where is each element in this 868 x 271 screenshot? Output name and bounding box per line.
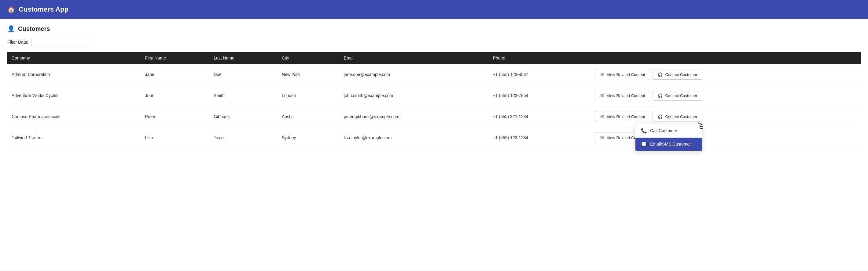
customers-icon: 👤 [7, 25, 15, 32]
cell-phone: +1 (555) 321-1234 [489, 106, 591, 127]
call-customer-item[interactable]: 📞 Call Customer [636, 124, 702, 138]
headset-icon: 🎧 [658, 72, 662, 77]
filter-input[interactable] [31, 38, 92, 46]
cell-company: Adatum Corporation [7, 64, 141, 85]
cell-actions: ✉ View Related Content 🎧 Contact Custome… [591, 64, 861, 85]
contact-customer-button[interactable]: 🎧 Contact Customer [653, 91, 702, 101]
cell-actions: ✉ View Related Content 🎧 Contact Custome… [591, 106, 861, 127]
page-heading: 👤 Customers [7, 25, 861, 32]
cell-actions: ✉ View Related Content 🎧 Contact Custome… [591, 127, 861, 148]
filter-row: Filter Data: [7, 38, 861, 46]
col-company: Company [7, 52, 141, 64]
actions-group: ✉ View Related Content 🎧 Contact Custome… [595, 69, 857, 80]
cell-city: New York [278, 64, 340, 85]
cell-email: lisa.taylor@example.com [340, 127, 489, 148]
actions-group: ✉ View Related Content 🎧 Contact Custome… [595, 132, 857, 143]
actions-group: ✉ View Related Content 🎧 Contact Custome… [595, 90, 857, 101]
headset-icon: 🎧 [658, 93, 662, 98]
cell-last-name: Gibbons [209, 106, 278, 127]
actions-group: ✉ View Related Content 🎧 Contact Custome… [595, 111, 857, 122]
chat-icon: 💬 [641, 141, 647, 147]
mail-icon: ✉ [600, 135, 604, 140]
cell-first-name: Jane [141, 64, 210, 85]
view-related-button[interactable]: ✉ View Related Content [595, 69, 650, 80]
table-body: Adatum Corporation Jane Doe New York jan… [7, 64, 861, 148]
cell-first-name: Lisa [141, 127, 210, 148]
table-row: Tailwind Traders Lisa Taylor Sydney lisa… [7, 127, 861, 148]
cell-city: Sydney [278, 127, 340, 148]
app-header: 🏠 Customers App [0, 0, 868, 19]
contact-customer-button[interactable]: 🎧 Contact Customer [653, 112, 702, 122]
cell-last-name: Smith [209, 85, 278, 106]
app-title: Customers App [19, 5, 68, 13]
contact-customer-label: Contact Customer [665, 72, 697, 77]
cell-city: London [278, 85, 340, 106]
contact-customer-label: Contact Customer [665, 114, 697, 119]
view-related-label: View Related Content [607, 72, 645, 77]
cell-last-name: Doe [209, 64, 278, 85]
contact-customer-label: Contact Customer [665, 93, 697, 98]
col-email: Email [340, 52, 489, 64]
view-related-label: View Related Content [607, 114, 645, 119]
cell-first-name: John [141, 85, 210, 106]
col-actions [591, 52, 861, 64]
view-related-button[interactable]: ✉ View Related Content [595, 90, 650, 101]
contact-customer-container: 🎧 Contact Customer 📞 Call Customer 💬 Ema… [653, 112, 702, 122]
mail-icon: ✉ [600, 72, 604, 77]
filter-label: Filter Data: [7, 40, 28, 44]
customers-table: Company First Name Last Name City Email … [7, 52, 861, 148]
cell-phone: +1 (555) 123-1234 [489, 127, 591, 148]
cell-first-name: Peter [141, 106, 210, 127]
view-related-label: View Related Content [607, 93, 645, 98]
table-row: Contoso Pharmaceuticals Peter Gibbons Au… [7, 106, 861, 127]
contact-customer-button[interactable]: 🎧 Contact Customer [653, 70, 702, 80]
col-first-name: First Name [141, 52, 210, 64]
cell-email: jane.doe@example.com [340, 64, 489, 85]
col-last-name: Last Name [209, 52, 278, 64]
mail-icon: ✉ [600, 114, 604, 119]
cell-email: john.smith@example.com [340, 85, 489, 106]
mail-icon: ✉ [600, 93, 604, 98]
cell-city: Austin [278, 106, 340, 127]
headset-icon: 🎧 [658, 114, 662, 119]
table-header: Company First Name Last Name City Email … [7, 52, 861, 64]
email-sms-customer-item[interactable]: 💬 Email/SMS Customer [636, 138, 702, 151]
cell-email: peter.gibbons@example.com [340, 106, 489, 127]
col-city: City [278, 52, 340, 64]
contact-dropdown-menu: 📞 Call Customer 💬 Email/SMS Customer [635, 124, 702, 151]
email-sms-customer-label: Email/SMS Customer [650, 142, 691, 146]
view-related-button[interactable]: ✉ View Related Content [595, 111, 650, 122]
page-title: Customers [18, 25, 50, 32]
cell-company: Contoso Pharmaceuticals [7, 106, 141, 127]
page-body: 👤 Customers Filter Data: Company First N… [0, 19, 868, 270]
col-phone: Phone [489, 52, 591, 64]
cell-actions: ✉ View Related Content 🎧 Contact Custome… [591, 85, 861, 106]
home-icon: 🏠 [7, 6, 15, 13]
cell-phone: +1 (555) 123-7654 [489, 85, 591, 106]
cell-company: Tailwind Traders [7, 127, 141, 148]
cell-phone: +1 (555) 123-4567 [489, 64, 591, 85]
phone-icon: 📞 [641, 128, 647, 134]
table-row: Adatum Corporation Jane Doe New York jan… [7, 64, 861, 85]
call-customer-label: Call Customer [650, 128, 677, 133]
cell-last-name: Taylor [209, 127, 278, 148]
table-row: Adventure Works Cycles John Smith London… [7, 85, 861, 106]
cell-company: Adventure Works Cycles [7, 85, 141, 106]
